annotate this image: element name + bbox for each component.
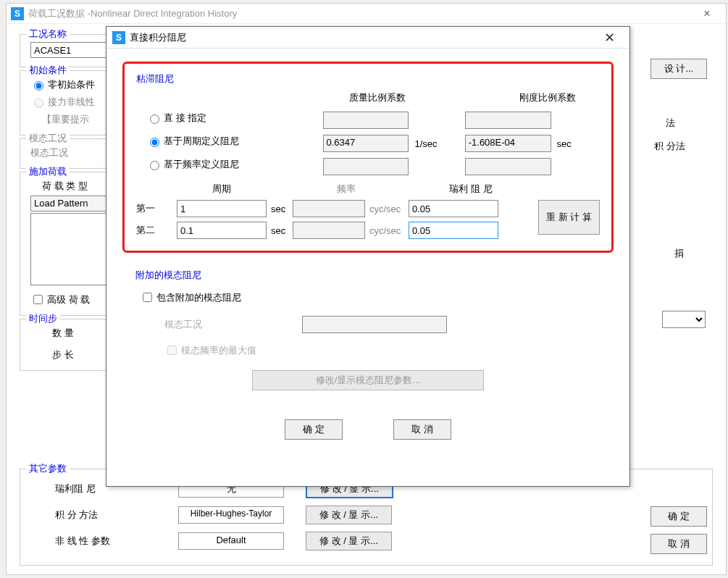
period-mass-unit: 1/sec [414, 138, 457, 149]
max-freq-check: 模态频率的最大值 [164, 343, 256, 357]
radio-nonlinear-label: 接力非线性 [48, 96, 95, 109]
main-window-title: 荷载工况数据 -Nonlinear Direct Integration His… [28, 7, 237, 20]
max-freq-label: 模态频率的最大值 [181, 344, 256, 357]
group-modal-case-title: 模态工况 [26, 132, 70, 145]
dialog-close-icon[interactable]: ✕ [595, 30, 624, 46]
design-button[interactable]: 设 计... [650, 59, 707, 79]
period-header: 周期 [177, 183, 267, 196]
main-ok-button[interactable]: 确 定 [650, 506, 707, 527]
direct-mass-field [323, 112, 409, 129]
radio-period-label: 基于周期定义阻尼 [164, 135, 239, 148]
direct-stiff-field [465, 112, 551, 129]
period-2-unit: sec [267, 225, 293, 236]
advanced-load-label: 高级 荷 载 [47, 293, 90, 306]
right-combo[interactable] [662, 311, 706, 328]
integration-modify-button[interactable]: 修 改 / 显 示... [306, 506, 392, 524]
radio-by-period[interactable]: 基于周期定义阻尼 [146, 135, 323, 148]
partial-label-3: 捐 [674, 247, 684, 260]
nonlinear-modify-button[interactable]: 修 改 / 显 示... [306, 532, 392, 550]
period-2-input[interactable] [177, 222, 267, 239]
main-cancel-button[interactable]: 取 消 [650, 534, 707, 554]
main-ok-cancel-col: 确 定 取 消 [650, 506, 707, 554]
group-time-step-title: 时间步 [26, 312, 60, 325]
freq-stiff-field [465, 158, 551, 175]
modal-case-label-disabled: 模态工况 [164, 318, 302, 331]
first-label: 第一 [136, 202, 177, 215]
freq-mass-field [323, 158, 409, 175]
app-icon: S [11, 7, 24, 20]
group-initial-title: 初始条件 [26, 64, 70, 77]
dialog-cancel-button[interactable]: 取 消 [393, 419, 451, 440]
stiff-coef-header: 刚度比例系数 [495, 91, 600, 104]
freq-header: 频率 [310, 183, 382, 196]
integration-label: 积 分 方法 [55, 508, 178, 522]
freq-2-unit: cyc/sec [365, 225, 409, 236]
dialog-footer: 确 定 取 消 [122, 419, 614, 440]
rayleigh-2-input[interactable] [409, 222, 498, 239]
modal-case-field [302, 316, 447, 333]
radio-by-frequency[interactable]: 基于频率定义阻尼 [146, 158, 323, 171]
freq-1-field [293, 200, 365, 217]
radio-direct-label: 直 接 指定 [164, 112, 206, 125]
dialog-titlebar: S 直接积分阻尼 ✕ [106, 27, 629, 49]
group-other-title: 其它参数 [26, 462, 70, 475]
recalculate-button[interactable]: 重 新 计 算 [538, 200, 600, 235]
dialog-body: 粘滞阻尼 质量比例系数 刚度比例系数 直 接 指定 基于周期定义阻尼 0. [106, 49, 629, 453]
radio-zero-initial-label: 零初始条件 [48, 78, 95, 91]
dialog-app-icon: S [112, 31, 125, 44]
radio-direct-specify[interactable]: 直 接 指定 [146, 112, 323, 125]
dialog-ok-button[interactable]: 确 定 [285, 419, 343, 440]
mass-coef-header: 质量比例系数 [325, 91, 430, 104]
viscous-damping-highlight: 粘滞阻尼 质量比例系数 刚度比例系数 直 接 指定 基于周期定义阻尼 0. [122, 62, 614, 253]
freq-1-unit: cyc/sec [365, 204, 409, 214]
damping-dialog: S 直接积分阻尼 ✕ 粘滞阻尼 质量比例系数 刚度比例系数 直 接 指定 [106, 26, 630, 487]
load-list[interactable] [30, 213, 110, 285]
period-1-input[interactable] [177, 200, 267, 217]
second-label: 第二 [136, 224, 177, 237]
radio-freq-label: 基于频率定义阻尼 [164, 158, 239, 171]
additional-modal-damping: 附加的模态阻尼 包含附加的模态阻尼 模态工况 模态频率的最大值 修改/显示模态阻… [122, 263, 614, 396]
period-mass-field: 0.6347 [323, 135, 409, 152]
period-stiff-field: -1.608E-04 [465, 135, 551, 152]
rayleigh-1-input[interactable] [409, 200, 498, 217]
group-apply-load-title: 施加荷载 [26, 165, 70, 178]
nonlinear-label: 非 线 性 参数 [55, 535, 178, 548]
partial-label-1: 法 [666, 117, 675, 130]
right-buttons-col: 设 计... [650, 59, 707, 79]
include-modal-label: 包含附加的模态阻尼 [156, 291, 241, 304]
dialog-title: 直接积分阻尼 [130, 31, 186, 44]
rayleigh-header: 瑞利 阻 尼 [426, 183, 516, 196]
partial-label-2: 积 分法 [654, 140, 685, 153]
load-pattern-cell[interactable]: Load Pattern [30, 196, 110, 211]
period-1-unit: sec [267, 204, 293, 214]
integration-value: Hilber-Hughes-Taylor [178, 506, 284, 524]
modify-show-modal-button: 修改/显示模态阻尼参数... [252, 370, 484, 390]
addl-modal-title: 附加的模态阻尼 [135, 269, 601, 282]
group-case-name-title: 工况名称 [26, 28, 70, 41]
main-close-icon[interactable]: × [693, 7, 721, 20]
viscous-title: 粘滞阻尼 [136, 72, 600, 85]
nonlinear-value: Default [178, 532, 284, 550]
include-modal-check[interactable]: 包含附加的模态阻尼 [140, 290, 601, 304]
freq-2-field [293, 222, 365, 239]
period-stiff-unit: sec [557, 138, 600, 149]
main-titlebar: S 荷载工况数据 -Nonlinear Direct Integration H… [7, 4, 726, 24]
